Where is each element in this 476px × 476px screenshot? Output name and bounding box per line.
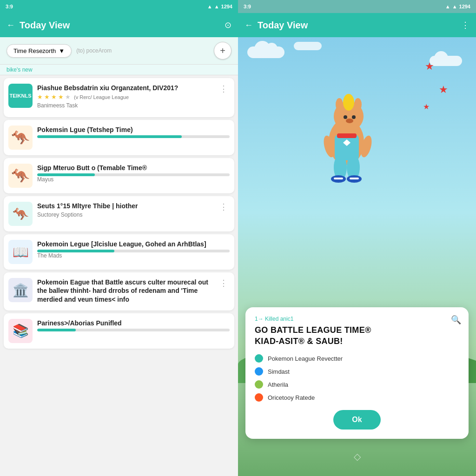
star-1: ★ bbox=[37, 93, 43, 100]
deco-star-1: ★ bbox=[425, 60, 434, 73]
item-thumb-3: 🦘 bbox=[8, 164, 33, 188]
star-row-1: ★ ★ ★ ★ ★ (v Rerc/ League League bbox=[37, 93, 213, 100]
item-title-5: Pokemoin Legue [Jlcislue League, Gohed a… bbox=[37, 240, 230, 248]
cloud-2 bbox=[430, 56, 462, 66]
svg-point-5 bbox=[344, 115, 347, 119]
progress-fill-2 bbox=[37, 135, 182, 138]
wifi-icon: ▲ bbox=[207, 4, 212, 9]
item-subtitle-4: Suctorey Soptions bbox=[37, 212, 213, 218]
header-left: ← Today View ⊙ bbox=[0, 13, 238, 37]
back-button-left[interactable]: ← bbox=[7, 20, 15, 30]
status-icons-left: ▲ ▲ 1294 bbox=[207, 4, 232, 9]
svg-point-2 bbox=[336, 98, 343, 111]
wifi-icon-right: ▲ bbox=[445, 4, 450, 9]
right-panel: 3:9 ▲ ▲ 1294 ← Today View ⋮ ★ ★ ★ bbox=[238, 0, 476, 476]
battery-right: 1294 bbox=[459, 4, 470, 9]
filter-bar: Time Resezorth ▼ (to) poceArom + bbox=[0, 37, 238, 65]
item-content-6: Pokemoin Eague that Battle ascurs culter… bbox=[37, 278, 213, 305]
search-icon-dialog[interactable]: 🔍 bbox=[451, 315, 461, 325]
svg-point-3 bbox=[354, 98, 362, 111]
list-item: 📖 Pokemoin Legue [Jlcislue League, Gohed… bbox=[4, 234, 234, 270]
more-menu-4[interactable]: ⋮ bbox=[218, 202, 230, 212]
item-thumb-6: 🏛️ bbox=[8, 278, 33, 302]
dialog-item-label-1: Pokemon League Revectter bbox=[268, 355, 343, 362]
star-5-empty: ★ bbox=[65, 93, 71, 100]
header-right: ← Today View ⋮ bbox=[238, 13, 476, 37]
item-thumb-2: 🦘 bbox=[8, 126, 33, 150]
signal-icon: ▲ bbox=[214, 4, 219, 9]
add-button[interactable]: + bbox=[214, 42, 231, 60]
svg-point-4 bbox=[343, 94, 354, 111]
item-subtitle-1: Banimeess Task bbox=[37, 102, 213, 109]
item-subtitle-5: The Mads bbox=[37, 252, 230, 259]
cloud-1 bbox=[247, 46, 284, 58]
svg-rect-17 bbox=[334, 178, 343, 179]
dialog-list-item: Pokemon League Revectter bbox=[255, 354, 459, 363]
svg-point-6 bbox=[352, 115, 356, 119]
star-4: ★ bbox=[58, 93, 64, 100]
bottom-diamond-icon: ◇ bbox=[354, 451, 361, 462]
more-menu-1[interactable]: ⋮ bbox=[218, 84, 230, 94]
star-2: ★ bbox=[44, 93, 50, 100]
dot-yellow-green-icon bbox=[255, 380, 263, 389]
svg-point-7 bbox=[346, 119, 353, 123]
svg-rect-10 bbox=[337, 133, 357, 138]
signal-icon-right: ▲ bbox=[452, 4, 457, 9]
progress-bg-7 bbox=[37, 329, 230, 331]
ok-button[interactable]: Ok bbox=[333, 410, 380, 430]
filter-dropdown[interactable]: Time Resezorth ▼ bbox=[7, 44, 72, 58]
status-bar-right: 3:9 ▲ ▲ 1294 bbox=[238, 0, 476, 13]
dot-blue-icon bbox=[255, 367, 263, 376]
battery-left: 1294 bbox=[221, 4, 232, 9]
copy-icon[interactable]: ⊙ bbox=[225, 20, 231, 30]
chevron-down-icon: ▼ bbox=[59, 47, 65, 54]
header-left-group: ← Today View bbox=[7, 20, 70, 31]
dot-green-icon bbox=[255, 354, 263, 363]
more-menu-right[interactable]: ⋮ bbox=[461, 20, 469, 30]
item-content-5: Pokemoin Legue [Jlcislue League, Gohed a… bbox=[37, 240, 230, 262]
item-content-3: Sigp Mteruo Butt o (Temable Time® Mayus bbox=[37, 164, 230, 185]
list-item: 🦘 Pokemsin Lgue (Tetshep Time) bbox=[4, 120, 234, 155]
deco-star-3: ★ bbox=[423, 102, 430, 111]
item-thumb-4: 🦘 bbox=[8, 202, 33, 226]
star-3: ★ bbox=[51, 93, 57, 100]
dialog-list-item: Simdast bbox=[255, 367, 459, 376]
status-time-left: 3:9 bbox=[6, 4, 13, 9]
item-thumb-5: 📖 bbox=[8, 240, 33, 264]
more-menu-6[interactable]: ⋮ bbox=[218, 278, 230, 288]
item-title-6: Pokemoin Eague that Battle ascurs culter… bbox=[37, 278, 213, 304]
cloud-3 bbox=[294, 42, 322, 50]
dialog-item-label-4: Oricetooy Ratede bbox=[268, 394, 315, 401]
item-thumb-7: 📚 bbox=[8, 319, 33, 343]
dialog-item-label-3: Atherila bbox=[268, 381, 288, 388]
item-title-4: Seuts 1°15 Mltyre Thibe | hiother bbox=[37, 202, 213, 210]
dot-orange-icon bbox=[255, 393, 263, 402]
item-thumb-1: TEIKNLS bbox=[8, 84, 33, 108]
left-panel: 3:9 ▲ ▲ 1294 ← Today View ⊙ Time Resezor… bbox=[0, 0, 238, 476]
status-time-right: 3:9 bbox=[244, 4, 251, 9]
dialog-subtitle: 1→ Killed anic1 bbox=[255, 316, 459, 322]
dialog-list: Pokemon League Revectter Simdast Atheril… bbox=[255, 354, 459, 402]
item-content-7: Pariness>/Aborias Punifled bbox=[37, 319, 230, 331]
item-content-4: Seuts 1°15 Mltyre Thibe | hiother Suctor… bbox=[37, 202, 213, 221]
list-item: 📚 Pariness>/Aborias Punifled bbox=[4, 313, 234, 349]
list-item: 🦘 Sigp Mteruo Butt o (Temable Time® Mayu… bbox=[4, 158, 234, 193]
list-item: 🏛️ Pokemoin Eague that Battle ascurs cul… bbox=[4, 272, 234, 311]
status-bar-left: 3:9 ▲ ▲ 1294 bbox=[0, 0, 238, 13]
filter-label: Time Resezorth bbox=[13, 47, 56, 54]
header-right-left: ← Today View bbox=[245, 20, 308, 31]
progress-fill-7 bbox=[37, 329, 76, 331]
filter-text: (to) poceArom bbox=[76, 47, 209, 54]
back-button-right[interactable]: ← bbox=[245, 20, 253, 30]
page-title-left: Today View bbox=[20, 20, 70, 31]
star-suffix-1: (v Rerc/ League League bbox=[74, 94, 129, 100]
character-mascot bbox=[307, 77, 390, 188]
list-container[interactable]: TEIKNLS Piashue Bebsdatrin xiu Organzate… bbox=[0, 75, 238, 476]
item-title-7: Pariness>/Aborias Punifled bbox=[37, 319, 230, 327]
dialog-title: Go Battle League Time®Kiad-Asit® & Saub! bbox=[255, 325, 459, 347]
item-subtitle-3: Mayus bbox=[37, 176, 230, 183]
game-background: ★ ★ ★ bbox=[238, 37, 476, 476]
svg-rect-18 bbox=[350, 178, 359, 179]
item-content-2: Pokemsin Lgue (Tetshep Time) bbox=[37, 126, 230, 138]
item-title-2: Pokemsin Lgue (Tetshep Time) bbox=[37, 126, 230, 134]
